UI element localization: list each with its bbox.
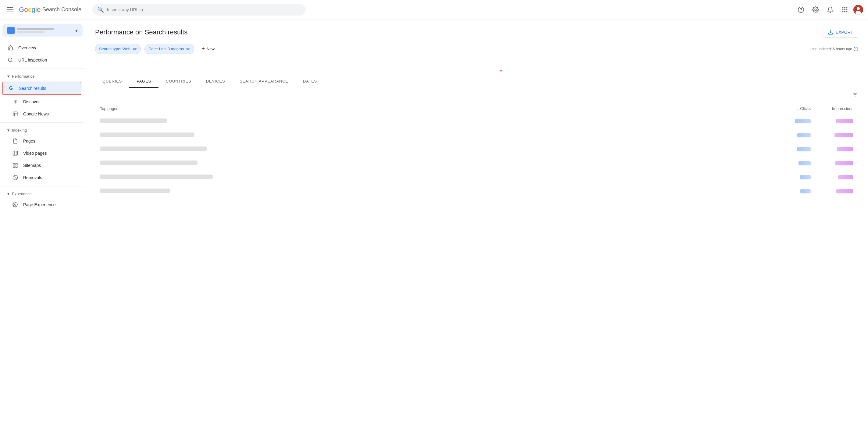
table-row[interactable] xyxy=(95,156,858,170)
tab-countries[interactable]: COUNTRIES xyxy=(158,75,199,88)
svg-rect-24 xyxy=(13,163,14,165)
sidebar-item-pages[interactable]: Pages xyxy=(0,135,82,147)
col-header-page: Top pages xyxy=(100,106,768,111)
chevron-icon: ▾ xyxy=(7,191,9,196)
sidebar-divider-1 xyxy=(0,39,85,39)
sidebar-section-indexing[interactable]: ▾ Indexing xyxy=(0,125,85,135)
news-icon xyxy=(12,111,18,117)
export-button[interactable]: EXPORT xyxy=(823,27,858,38)
sidebar-item-label: Page Experience xyxy=(23,202,56,207)
tabs-bar: QUERIES PAGES COUNTRIES DEVICES SEARCH A… xyxy=(95,75,858,88)
avatar[interactable] xyxy=(854,5,863,14)
content-header: Performance on Search results EXPORT xyxy=(95,27,858,38)
table-filter-button[interactable] xyxy=(852,92,858,99)
sidebar-section-performance[interactable]: ▾ Performance xyxy=(0,71,85,81)
sidebar-section-label: Performance xyxy=(12,74,34,78)
row-url xyxy=(100,161,768,166)
help-button[interactable] xyxy=(795,4,807,16)
row-clicks xyxy=(768,175,811,180)
sidebar-item-label: URL inspection xyxy=(18,58,47,62)
svg-rect-7 xyxy=(844,9,845,10)
content-area: Performance on Search results EXPORT Sea… xyxy=(85,20,868,424)
sidebar-item-label: Pages xyxy=(23,139,35,143)
table-area: Top pages ↓ Clicks Impressions xyxy=(95,88,858,198)
svg-rect-26 xyxy=(16,166,18,167)
table-row[interactable] xyxy=(95,114,858,128)
svg-rect-10 xyxy=(844,11,845,12)
col-header-clicks[interactable]: ↓ Clicks xyxy=(768,106,811,111)
sidebar-item-label: Overview xyxy=(18,45,36,50)
red-arrow-annotation: ↓ xyxy=(95,61,858,73)
sidebar-item-overview[interactable]: Overview xyxy=(0,42,82,54)
sidebar-divider-4 xyxy=(0,186,85,187)
svg-rect-18 xyxy=(13,112,18,116)
row-impressions xyxy=(811,175,854,180)
page-title: Performance on Search results xyxy=(95,28,187,36)
table-row[interactable] xyxy=(95,128,858,142)
tab-queries[interactable]: QUERIES xyxy=(95,75,129,88)
sidebar-item-sitemaps[interactable]: Sitemaps xyxy=(0,159,82,171)
svg-rect-4 xyxy=(844,7,845,8)
settings-button[interactable] xyxy=(809,4,822,16)
site-selector[interactable]: ▾ xyxy=(2,24,83,37)
table-row[interactable] xyxy=(95,142,858,156)
row-impressions xyxy=(811,161,854,165)
google-logo: Google xyxy=(19,6,40,14)
sidebar-item-label: Removals xyxy=(23,175,42,180)
table-row[interactable] xyxy=(95,184,858,198)
search-type-filter[interactable]: Search type: Web ✏ xyxy=(95,44,141,54)
row-url xyxy=(100,146,768,152)
svg-rect-6 xyxy=(842,9,844,10)
edit-icon: ✏ xyxy=(133,46,137,52)
google-g-icon: G xyxy=(8,85,14,91)
sidebar-item-page-experience[interactable]: Page Experience xyxy=(0,199,82,211)
url-search-bar[interactable]: 🔍 xyxy=(92,4,306,15)
row-clicks xyxy=(768,161,811,165)
sidebar-item-video-pages[interactable]: Video pages xyxy=(0,147,82,159)
date-label: Date: Last 3 months xyxy=(148,46,184,51)
row-url xyxy=(100,132,768,138)
main-layout: ▾ Overview URL inspection ▾ Performance … xyxy=(0,20,868,424)
row-url xyxy=(100,119,768,124)
row-impressions xyxy=(811,119,854,123)
sidebar-item-google-news[interactable]: Google News xyxy=(0,108,82,120)
product-name: Search Console xyxy=(42,6,82,13)
export-label: EXPORT xyxy=(836,30,853,35)
row-impressions xyxy=(811,133,854,137)
url-search-input[interactable] xyxy=(107,7,301,12)
sidebar-item-url-inspection[interactable]: URL inspection xyxy=(0,54,82,66)
tab-pages[interactable]: PAGES xyxy=(129,75,158,88)
date-filter[interactable]: Date: Last 3 months ✏ xyxy=(145,44,194,54)
svg-rect-21 xyxy=(13,151,18,155)
edit-icon: ✏ xyxy=(186,46,190,52)
sidebar-section-experience[interactable]: ▾ Experience xyxy=(0,189,85,199)
sidebar-item-search-results[interactable]: G Search results xyxy=(2,81,82,95)
table-row[interactable] xyxy=(95,170,858,184)
row-impressions xyxy=(811,147,854,152)
filters-row: Search type: Web ✏ Date: Last 3 months ✏… xyxy=(95,44,858,54)
sidebar-item-label: Video pages xyxy=(23,151,47,156)
sidebar-item-removals[interactable]: Removals xyxy=(0,171,82,184)
new-filter-button[interactable]: + New xyxy=(198,44,218,54)
pages-icon xyxy=(12,138,18,144)
svg-rect-11 xyxy=(846,11,847,12)
sidebar-item-discover[interactable]: ✳ Discover xyxy=(0,96,82,108)
tab-search-appearance[interactable]: SEARCH APPEARANCE xyxy=(232,75,296,88)
sidebar-section-label: Indexing xyxy=(12,128,27,132)
svg-point-13 xyxy=(857,7,860,10)
topbar-actions xyxy=(795,4,863,16)
row-impressions xyxy=(811,189,854,193)
tab-devices[interactable]: DEVICES xyxy=(199,75,232,88)
home-icon xyxy=(7,45,13,51)
tab-dates[interactable]: DATES xyxy=(296,75,324,88)
apps-button[interactable] xyxy=(839,4,851,16)
logo-area: Google Search Console xyxy=(19,6,82,14)
notifications-button[interactable] xyxy=(824,4,836,16)
col-header-impressions[interactable]: Impressions xyxy=(811,106,854,111)
svg-rect-5 xyxy=(846,7,847,8)
svg-rect-3 xyxy=(842,7,844,8)
dropdown-icon: ▾ xyxy=(75,28,78,33)
chevron-icon: ▾ xyxy=(7,74,9,78)
menu-button[interactable] xyxy=(5,5,15,14)
search-type-label: Search type: Web xyxy=(99,46,130,51)
